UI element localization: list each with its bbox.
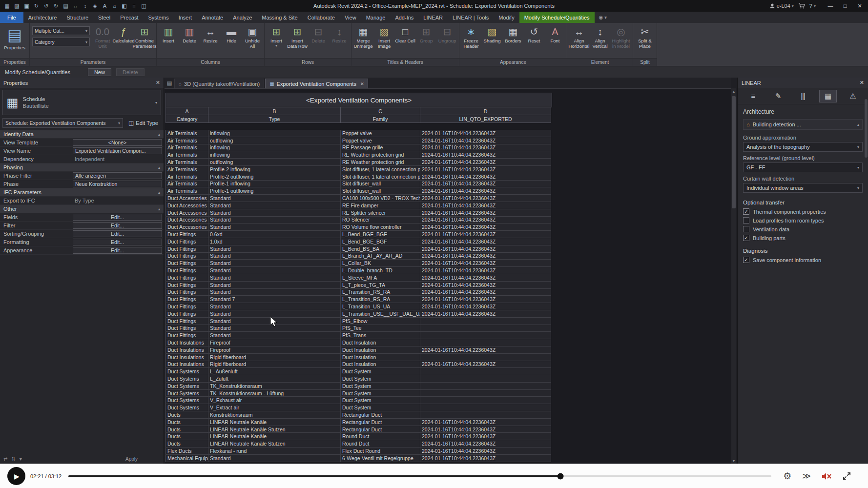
type-selector[interactable]: ▦ Schedule Bauteilliste ▾ [2,90,161,115]
schedule-cell[interactable]: Standard [208,282,341,289]
schedule-cell[interactable] [420,404,551,411]
schedule-cell[interactable]: Ducts [165,433,208,440]
schedule-cell[interactable]: 2024-01-16T10:44:04.2236043Z [420,267,551,274]
schedule-cell[interactable]: Standard [208,253,341,260]
schedule-cell[interactable]: Round Duct [341,433,420,440]
schedule-cell[interactable]: Duct Systems [165,404,208,411]
insert-button[interactable]: ▥Insert [158,24,179,44]
schedule-cell[interactable]: RE Fire damper [341,202,420,209]
section-header-phasing[interactable]: Phasing▴ [0,163,164,172]
hide-button[interactable]: ▬Hide [221,24,242,44]
schedule-cell[interactable]: Standard [208,332,341,339]
schedule-cell[interactable]: 6-Wege-Ventil mit Regelgruppe [341,455,420,462]
schedule-cell[interactable]: L_Transition_USE__USF_UAE_UAF [341,310,420,318]
schedule-cell[interactable]: Standard [208,289,341,296]
schedule-cell[interactable]: V_Exhaust air [208,397,341,404]
edit-button[interactable]: Edit... [73,247,162,254]
schedule-cell[interactable]: Air Terminals [165,137,208,144]
app-menu-icon[interactable]: ▦ [3,2,11,10]
schedule-cell[interactable] [420,383,551,390]
schedule-cell[interactable] [420,411,551,419]
ribbon-tab-linear-tools[interactable]: LINEAR | Tools [448,12,494,23]
schedule-cell[interactable]: 2024-01-16T10:44:04.2236043Z [420,173,551,181]
schedule-cell[interactable]: Ducts [165,419,208,426]
schedule-cell[interactable]: L_Zuluft [208,375,341,383]
schedule-cell[interactable]: Duct Insulations [165,339,208,346]
schedule-cell[interactable]: Slot diffuser_wall [341,187,420,195]
schedule-cell[interactable]: 2024-01-16T10:44:04.2236043Z [420,238,551,245]
schedule-cell[interactable]: Air Terminals [165,181,208,188]
schedule-cell[interactable] [420,318,551,325]
schedule-cell[interactable]: L_Double_branch_TD [341,267,420,274]
schedule-cell[interactable]: RE Splitter silencer [341,209,420,217]
insert-image-button[interactable]: ▨Insert Image [374,24,394,49]
schedule-cell[interactable]: 2024-01-16T10:44:04.2236043Z [420,245,551,253]
ribbon-dropdown-category[interactable]: Category▾ [32,38,90,46]
borders-button[interactable]: ▦Borders [503,24,523,44]
ribbon-tab-steel[interactable]: Steel [93,12,115,23]
schedule-cell[interactable]: RO Volume flow controller [341,224,420,231]
schedule-cell[interactable]: Duct Fittings [165,253,208,260]
calculated-button[interactable]: ƒCalculated [113,24,134,44]
ribbon-tab-manage[interactable]: Manage [361,12,391,23]
measure-icon[interactable]: ↔ [71,2,80,10]
schedule-cell[interactable]: Duct Fittings [165,289,208,296]
split-place-button[interactable]: ✂Split & Place [635,24,655,49]
schedule-cell[interactable]: Slot diffuser, 1 lateral connection pie [341,173,420,181]
schedule-cell[interactable]: 2024-01-16T10:44:04.2236043Z [420,224,551,231]
clear-cell-button[interactable]: □Clear Cell [395,24,415,44]
switch-windows-icon[interactable]: ◫ [140,2,148,10]
schedule-cell[interactable]: Flex Duct Round [341,447,420,455]
ribbon-tab-architecture[interactable]: Architecture [23,12,62,23]
schedule-cell[interactable]: Konstruktionsraum [208,411,341,419]
column-header[interactable]: LIN_QTO_EXPORTED [420,115,551,123]
schedule-cell[interactable]: 2024-01-16T10:44:04.2236043Z [420,296,551,303]
schedule-cell[interactable]: Fireproof [208,346,341,354]
schedule-cell[interactable]: 2024-01-16T10:44:04.2236043Z [420,231,551,238]
schedule-cell[interactable]: 2024-01-16T10:44:04.2236043Z [420,187,551,195]
schedule-cell[interactable]: L_Transition_US_UA [341,303,420,310]
element-selector[interactable]: Schedule: Exported Ventilation Component… [2,118,123,128]
insert-button[interactable]: ⊞Insert▾ [266,24,287,48]
schedule-cell[interactable]: 2024-01-16T10:44:04.2236043Z [420,202,551,209]
dropdown-curtain-wall-detection[interactable]: Individual window areas▾ [743,183,863,193]
views-icon[interactable]: ▤ [165,78,174,88]
store-button[interactable] [798,3,805,9]
schedule-cell[interactable]: 2024-01-16T10:44:04.2236043Z [420,303,551,310]
schedule-cell[interactable]: Duct Fittings [165,296,208,303]
schedule-cell[interactable]: RE Passage grille [341,144,420,152]
schedule-cell[interactable]: Ducts [165,411,208,419]
user-account[interactable]: e-L04 ▾ [769,3,794,9]
playback-speed-icon[interactable]: ≫ [802,471,811,481]
schedule-cell[interactable]: Duct Fittings [165,260,208,267]
ribbon-tab-structure[interactable]: Structure [62,12,93,23]
schedule-cell[interactable]: Duct Insulations [165,361,208,368]
schedule-cell[interactable]: Duct Insulation [341,354,420,361]
redo-icon[interactable]: ↻ [52,2,60,10]
filter-icon[interactable]: ▾ [20,456,22,462]
schedule-cell[interactable]: Duct Fittings [165,245,208,253]
schedule-cell[interactable] [420,339,551,346]
schedule-cell[interactable]: Duct System [341,390,420,397]
schedule-cell[interactable]: 0.6xd [208,231,341,238]
aligned-dimension-icon[interactable]: ↕ [81,2,89,10]
schedule-cell[interactable]: 2024-01-16T10:44:04.2236043Z [420,346,551,354]
schedule-cell[interactable]: Air Terminals [165,144,208,152]
ribbon-tab-systems[interactable]: Systems [143,12,173,23]
schedule-cell[interactable]: L_Sleeve_MFA [341,274,420,282]
ribbon-tab-modify[interactable]: Modify [494,12,519,23]
schedule-cell[interactable]: Flexkanal - rund [208,447,341,455]
schedule-cell[interactable]: 2024-01-16T10:44:04.2236043Z [420,419,551,426]
align-horizontal-button[interactable]: ↔Align Horizontal [569,24,589,49]
schedule-cell[interactable]: CA100 100x500 VD2 - TROX Techni [341,195,420,202]
help-button[interactable]: ? ▾ [809,3,816,9]
schedule-cell[interactable]: Air Terminals [165,187,208,195]
schedule-cell[interactable]: Duct Systems [165,383,208,390]
schedule-cell[interactable]: Standard [208,303,341,310]
column-header[interactable]: Family [341,115,420,123]
schedule-cell[interactable] [420,397,551,404]
schedule-cell[interactable]: Rectangular Duct [341,426,420,433]
schedule-cell[interactable]: outflowing [208,137,341,144]
tag-icon[interactable]: ◈ [91,2,99,10]
schedule-cell[interactable]: 2024-01-16T10:44:04.2236043Z [420,274,551,282]
